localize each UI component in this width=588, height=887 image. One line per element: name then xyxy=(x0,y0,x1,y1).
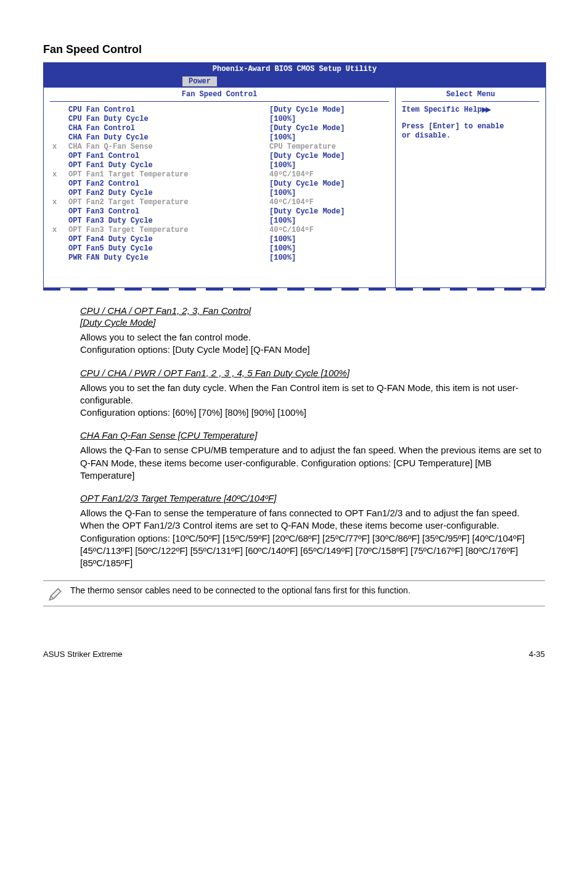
bios-setting-row[interactable]: PWR FAN Duty Cycle[100%] xyxy=(50,254,389,263)
row-value: CPU Temperature xyxy=(267,142,389,152)
row-label: CHA Fan Duty Cycle xyxy=(66,133,267,142)
bios-right-title: Select Menu xyxy=(402,90,539,102)
subhead-fan-control: CPU / CHA / OPT Fan1, 2, 3, Fan Control xyxy=(80,305,545,316)
row-value: [100%] xyxy=(267,133,389,142)
row-value: [100%] xyxy=(267,189,389,198)
footer-left: ASUS Striker Extreme xyxy=(43,650,123,659)
row-value: 40ºC/104ºF xyxy=(267,198,389,207)
row-marker xyxy=(50,133,66,142)
row-value: [Duty Cycle Mode] xyxy=(267,207,389,217)
row-value: 40ºC/104ºF xyxy=(267,170,389,179)
row-marker xyxy=(50,254,66,263)
bios-tab-row: Power xyxy=(44,75,545,88)
subhead-target-temp: OPT Fan1/2/3 Target Temperature [40ºC/10… xyxy=(80,493,545,503)
row-marker xyxy=(50,207,66,217)
row-marker: x xyxy=(50,198,66,207)
row-label: OPT Fan2 Duty Cycle xyxy=(66,189,267,198)
footer-right: 4-35 xyxy=(529,650,545,659)
bios-setting-row[interactable]: OPT Fan3 Duty Cycle[100%] xyxy=(50,217,389,226)
bios-setting-row[interactable]: xOPT Fan2 Target Temperature40ºC/104ºF xyxy=(50,198,389,207)
bios-setting-row[interactable]: CPU Fan Duty Cycle[100%] xyxy=(50,115,389,124)
bios-right-pane: Select Menu Item Specific Help▶▶ Press [… xyxy=(396,88,545,287)
page-footer: ASUS Striker Extreme 4-35 xyxy=(43,650,545,659)
bios-setting-row[interactable]: OPT Fan2 Duty Cycle[100%] xyxy=(50,189,389,198)
row-marker xyxy=(50,179,66,189)
row-label: OPT Fan4 Duty Cycle xyxy=(66,235,267,244)
row-label: CHA Fan Q-Fan Sense xyxy=(66,142,267,152)
row-marker xyxy=(50,235,66,244)
note-text: The thermo sensor cables need to be conn… xyxy=(68,585,410,596)
bios-setting-row[interactable]: OPT Fan1 Control[Duty Cycle Mode] xyxy=(50,152,389,161)
row-marker xyxy=(50,161,66,170)
help-line-3: or disable. xyxy=(402,131,539,141)
row-value: [Duty Cycle Mode] xyxy=(267,152,389,161)
subhead-duty-cycle-mode: [Duty Cycle Mode] xyxy=(80,317,545,328)
bios-setting-row[interactable]: xOPT Fan1 Target Temperature40ºC/104ºF xyxy=(50,170,389,179)
row-marker xyxy=(50,124,66,133)
row-label: CPU Fan Control xyxy=(66,105,267,115)
bios-setting-row[interactable]: xCHA Fan Q-Fan SenseCPU Temperature xyxy=(50,142,389,152)
bios-setting-row[interactable]: OPT Fan1 Duty Cycle[100%] xyxy=(50,161,389,170)
paragraph-duty-cycle: Allows you to set the fan duty cycle. Wh… xyxy=(80,382,545,419)
row-label: OPT Fan3 Target Temperature xyxy=(66,226,267,235)
row-value: [Duty Cycle Mode] xyxy=(267,179,389,189)
paragraph-target-temp: Allows the Q-Fan to sense the temperatur… xyxy=(80,507,545,569)
help-line-2: Press [Enter] to enable xyxy=(402,122,539,131)
bios-setting-row[interactable]: CPU Fan Control[Duty Cycle Mode] xyxy=(50,105,389,115)
row-label: OPT Fan1 Target Temperature xyxy=(66,170,267,179)
row-marker: x xyxy=(50,142,66,152)
row-marker xyxy=(50,105,66,115)
row-label: CPU Fan Duty Cycle xyxy=(66,115,267,124)
paragraph-qfan-sense: Allows the Q-Fan to sense CPU/MB tempera… xyxy=(80,444,545,482)
row-marker xyxy=(50,152,66,161)
row-label: OPT Fan2 Control xyxy=(66,179,267,189)
row-label: OPT Fan2 Target Temperature xyxy=(66,198,267,207)
row-marker xyxy=(50,115,66,124)
row-marker: x xyxy=(50,226,66,235)
row-label: OPT Fan3 Control xyxy=(66,207,267,217)
help-line-1: Item Specific Help▶▶ xyxy=(402,105,539,115)
row-value: 40ºC/104ºF xyxy=(267,226,389,235)
row-marker xyxy=(50,217,66,226)
row-value: [100%] xyxy=(267,235,389,244)
row-marker xyxy=(50,244,66,254)
row-marker xyxy=(50,189,66,198)
row-value: [100%] xyxy=(267,115,389,124)
bios-tab-power[interactable]: Power xyxy=(182,76,217,86)
bios-setting-row[interactable]: OPT Fan3 Control[Duty Cycle Mode] xyxy=(50,207,389,217)
paragraph-fan-control: Allows you to select the fan control mod… xyxy=(80,331,545,357)
play-forward-icon: ▶▶ xyxy=(482,105,489,113)
row-label: OPT Fan1 Duty Cycle xyxy=(66,161,267,170)
bios-setting-row[interactable]: OPT Fan2 Control[Duty Cycle Mode] xyxy=(50,179,389,189)
row-label: OPT Fan1 Control xyxy=(66,152,267,161)
bios-panel: Phoenix-Award BIOS CMOS Setup Utility Po… xyxy=(43,62,546,288)
row-label: OPT Fan3 Duty Cycle xyxy=(66,217,267,226)
bios-setting-row[interactable]: CHA Fan Control[Duty Cycle Mode] xyxy=(50,124,389,133)
bios-setting-row[interactable]: OPT Fan5 Duty Cycle[100%] xyxy=(50,244,389,254)
bios-setting-row[interactable]: CHA Fan Duty Cycle[100%] xyxy=(50,133,389,142)
note-block: The thermo sensor cables need to be conn… xyxy=(43,580,545,606)
subhead-qfan-sense: CHA Fan Q-Fan Sense [CPU Temperature] xyxy=(80,430,545,440)
row-value: [100%] xyxy=(267,244,389,254)
bios-setting-row[interactable]: xOPT Fan3 Target Temperature40ºC/104ºF xyxy=(50,226,389,235)
bios-header: Phoenix-Award BIOS CMOS Setup Utility xyxy=(44,63,545,75)
pencil-icon xyxy=(43,585,68,602)
row-value: [100%] xyxy=(267,161,389,170)
row-value: [Duty Cycle Mode] xyxy=(267,105,389,115)
bios-setting-row[interactable]: OPT Fan4 Duty Cycle[100%] xyxy=(50,235,389,244)
section-title: Fan Speed Control xyxy=(43,43,545,56)
row-label: OPT Fan5 Duty Cycle xyxy=(66,244,267,254)
row-value: [100%] xyxy=(267,254,389,263)
bios-left-title: Fan Speed Control xyxy=(50,90,389,102)
bios-settings-table: CPU Fan Control[Duty Cycle Mode]CPU Fan … xyxy=(50,105,389,263)
subhead-duty-cycle: CPU / CHA / PWR / OPT Fan1, 2 , 3 , 4, 5… xyxy=(80,368,545,378)
row-label: PWR FAN Duty Cycle xyxy=(66,254,267,263)
bios-left-pane: Fan Speed Control CPU Fan Control[Duty C… xyxy=(44,88,396,287)
row-value: [Duty Cycle Mode] xyxy=(267,124,389,133)
row-marker: x xyxy=(50,170,66,179)
row-label: CHA Fan Control xyxy=(66,124,267,133)
row-value: [100%] xyxy=(267,217,389,226)
